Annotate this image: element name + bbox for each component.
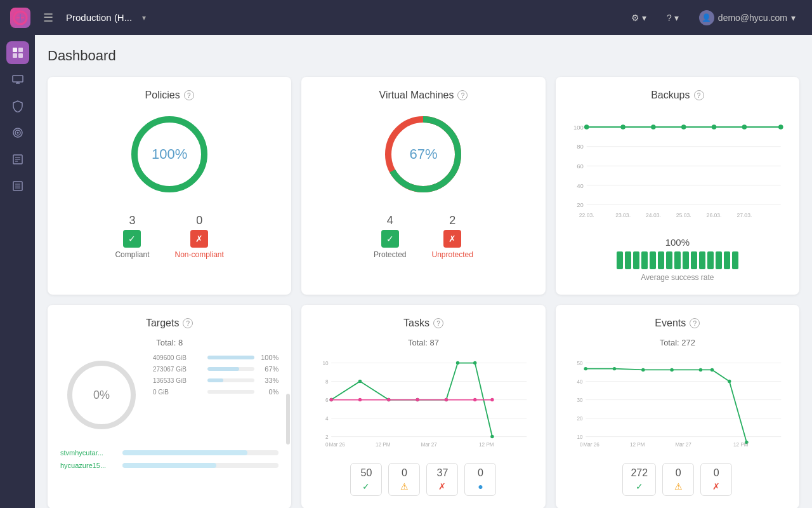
compliant-count: 3 <box>129 214 135 227</box>
targets-total: Total: 8 <box>60 338 278 347</box>
svg-point-67 <box>330 398 333 401</box>
workspace-title: Production (H... <box>66 12 132 23</box>
protected-label: Protected <box>374 250 406 259</box>
sidebar <box>0 0 35 508</box>
workspace-chevron-icon[interactable]: ▾ <box>142 13 146 22</box>
svg-text:10: 10 <box>577 434 583 440</box>
tasks-help-icon[interactable]: ? <box>433 318 443 328</box>
svg-point-69 <box>387 398 390 401</box>
svg-point-12 <box>16 132 18 134</box>
vm-help-icon[interactable]: ? <box>457 90 468 100</box>
target-item-1: hycuazure15... <box>60 462 278 469</box>
backups-chart: 100 80 60 40 20 22.03. <box>568 112 787 229</box>
svg-text:60: 60 <box>577 163 584 170</box>
svg-point-37 <box>681 124 686 130</box>
policies-help-icon[interactable]: ? <box>184 90 194 100</box>
target-bar-row-0: 409600 GiB 100% <box>153 354 278 361</box>
vm-percentage: 67% <box>409 146 437 163</box>
tasks-title: Tasks ? <box>314 318 532 329</box>
task-stat-success[interactable]: 50 ✓ <box>350 463 382 496</box>
page-title: Dashboard <box>48 48 799 64</box>
svg-point-71 <box>445 398 448 401</box>
menu-button[interactable]: ☰ <box>43 11 53 25</box>
svg-rect-5 <box>13 53 17 58</box>
svg-point-68 <box>358 398 362 401</box>
svg-text:30: 30 <box>577 398 583 403</box>
task-success-icon: ✓ <box>358 481 374 491</box>
user-chevron-icon: ▾ <box>791 13 796 23</box>
targets-bars: 409600 GiB 100% 273067 GiB 67% 136533 Gi… <box>153 354 278 443</box>
avatar: 👤 <box>699 10 714 25</box>
svg-point-91 <box>641 368 645 371</box>
backups-title: Backups ? <box>568 90 787 101</box>
sidebar-item-tasks[interactable] <box>6 148 29 171</box>
events-help-icon[interactable]: ? <box>690 318 700 328</box>
targets-donut-chart: 0% <box>60 354 143 436</box>
backups-help-icon[interactable]: ? <box>694 90 704 100</box>
unprotected-label: Unprotected <box>431 250 473 259</box>
unprotected-badge: ✗ <box>443 230 461 248</box>
task-stat-error[interactable]: 37 ✗ <box>426 463 458 496</box>
svg-point-35 <box>620 124 625 130</box>
svg-point-92 <box>670 368 673 371</box>
virtual-machines-card: Virtual Machines ? 67% 4 ✓ <box>301 77 545 295</box>
noncompliant-stat: 0 ✗ Non-compliant <box>174 214 223 259</box>
success-rate-label: Average success rate <box>641 273 714 282</box>
settings-icon: ⚙ <box>631 13 639 23</box>
svg-point-66 <box>491 435 494 438</box>
sidebar-item-targets[interactable] <box>6 121 29 144</box>
svg-point-60 <box>358 380 362 383</box>
user-menu[interactable]: 👤 demo@hycu.com ▾ <box>693 6 802 29</box>
svg-text:40: 40 <box>577 379 583 385</box>
tasks-total: Total: 87 <box>314 338 532 347</box>
svg-rect-4 <box>18 48 23 52</box>
scroll-handle[interactable] <box>286 394 290 444</box>
svg-text:0: 0 <box>580 442 583 448</box>
svg-text:27.03.: 27.03. <box>737 212 752 218</box>
svg-text:Mar 27: Mar 27 <box>421 442 438 448</box>
tasks-card: Tasks ? Total: 87 10 8 6 4 2 <box>301 305 545 508</box>
success-rate-bars <box>617 251 738 269</box>
event-stat-error[interactable]: 0 ✗ <box>700 463 732 496</box>
svg-text:12 PM: 12 PM <box>479 442 494 448</box>
svg-text:50: 50 <box>577 361 583 366</box>
targets-title: Targets ? <box>60 318 278 329</box>
event-stat-warning[interactable]: 0 ⚠ <box>662 463 694 496</box>
event-stat-success[interactable]: 272 ✓ <box>622 463 656 496</box>
svg-point-64 <box>456 361 459 364</box>
task-stat-info[interactable]: 0 ● <box>464 463 496 496</box>
tasks-chart: 10 8 6 4 2 0 <box>314 352 532 457</box>
svg-point-40 <box>778 124 783 130</box>
svg-text:12 PM: 12 PM <box>630 442 645 448</box>
vm-donut: 67% 4 ✓ Protected 2 ✗ Unprotected <box>314 110 532 259</box>
svg-text:6: 6 <box>325 398 329 403</box>
topbar: ☰ Production (H... ▾ ⚙ ▾ ? ▾ 👤 demo@hycu… <box>0 0 812 35</box>
svg-text:100: 100 <box>573 124 584 131</box>
vm-donut-chart: 67% <box>379 110 468 199</box>
help-button[interactable]: ? ▾ <box>660 9 685 27</box>
protected-stat: 4 ✓ Protected <box>374 214 406 259</box>
targets-center-pct: 0% <box>93 389 110 402</box>
sidebar-item-policies[interactable] <box>6 95 29 117</box>
event-success-icon: ✓ <box>631 481 648 491</box>
settings-button[interactable]: ⚙ ▾ <box>625 9 653 27</box>
svg-rect-7 <box>13 76 23 82</box>
sidebar-item-reports[interactable] <box>6 175 29 197</box>
events-card: Events ? Total: 272 50 40 30 20 <box>556 305 799 508</box>
task-stat-warning[interactable]: 0 ⚠ <box>388 463 420 496</box>
svg-text:0: 0 <box>325 442 329 448</box>
app-logo <box>10 8 30 28</box>
policies-title: Policies ? <box>60 90 278 101</box>
sidebar-item-dashboard[interactable] <box>6 41 29 64</box>
svg-point-89 <box>584 367 587 370</box>
target-bar-row-2: 136533 GiB 33% <box>153 377 278 384</box>
svg-point-65 <box>473 361 476 364</box>
targets-card: Targets ? Total: 8 0% 409600 GiB <box>48 305 291 508</box>
compliant-stat: 3 ✓ Compliant <box>115 214 149 259</box>
sidebar-item-virtual-machines[interactable] <box>6 68 29 91</box>
events-title: Events ? <box>568 318 787 329</box>
unprotected-stat: 2 ✗ Unprotected <box>431 214 473 259</box>
svg-point-72 <box>473 398 476 401</box>
targets-help-icon[interactable]: ? <box>183 318 193 328</box>
policies-donut: 100% 3 ✓ Compliant 0 ✗ Non-compliant <box>60 110 278 259</box>
